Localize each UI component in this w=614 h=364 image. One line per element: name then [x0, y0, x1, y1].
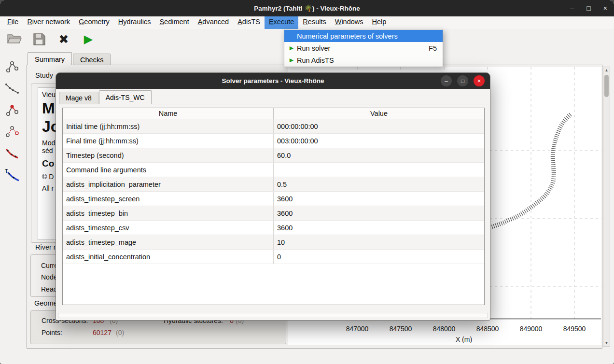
param-value[interactable]: 10 — [273, 235, 484, 249]
menu-file[interactable]: File — [3, 16, 23, 29]
x-axis-label: X (m) — [456, 336, 472, 343]
param-value[interactable]: 3600 — [273, 221, 484, 235]
window-title: Pamhyr2 (Tahiti 🌴) - Vieux-Rhône — [254, 4, 360, 12]
x-tick-847500: 847500 — [390, 325, 412, 333]
table-row[interactable]: Command line arguments — [63, 163, 484, 177]
table-row[interactable]: adists_initial_concentration 0 — [63, 250, 484, 264]
run-solver-icon: ▶ — [287, 45, 296, 51]
param-name: Command line arguments — [63, 163, 273, 177]
table-row[interactable]: Timestep (second) 60.0 — [63, 148, 484, 163]
table-header-row: Name Value — [63, 108, 484, 119]
red-profile-tool[interactable] — [3, 145, 21, 162]
open-folder-icon — [7, 33, 22, 45]
minimize-icon[interactable]: – — [571, 5, 574, 12]
tab-mage-v8[interactable]: Mage v8 — [59, 92, 98, 104]
river-network-row-reaches: Reac — [41, 285, 57, 293]
param-value[interactable]: 3600 — [273, 192, 484, 206]
study-group-label: Study — [34, 71, 55, 79]
param-name: adists_timestep_csv — [63, 221, 273, 235]
param-name: Final time (jj:hh:mm:ss) — [63, 134, 273, 148]
save-icon — [33, 33, 46, 46]
menu-geometry[interactable]: Geometry — [74, 16, 114, 29]
dialog-controls: – □ × — [441, 75, 485, 86]
table-row[interactable]: adists_timestep_screen 3600 — [63, 192, 484, 206]
menu-item-run-solver[interactable]: ▶ Run solver F5 — [284, 42, 443, 54]
maximize-icon[interactable]: □ — [586, 5, 590, 12]
study-heading-line1: M — [42, 99, 55, 117]
close-icon[interactable]: × — [603, 5, 607, 12]
dialog-close-button[interactable]: × — [474, 75, 485, 86]
network-graph-tool[interactable] — [3, 58, 21, 75]
menu-windows[interactable]: Windows — [331, 16, 368, 29]
param-value[interactable]: 3600 — [273, 206, 484, 220]
tab-checks[interactable]: Checks — [73, 54, 111, 65]
red-profile-icon — [4, 145, 20, 162]
vertical-scrollbar[interactable]: ▲ ▼ — [603, 67, 610, 347]
tab-adis-ts-wc[interactable]: Adis-TS_WC — [99, 90, 152, 104]
x-tick-848000: 848000 — [433, 325, 456, 333]
close-study-button[interactable]: ✖ — [55, 30, 72, 48]
main-toolbar: ✖ ▶ — [6, 29, 97, 49]
table-row[interactable]: adists_timestep_mage 10 — [63, 235, 484, 250]
tab-summary[interactable]: Summary — [28, 52, 72, 65]
param-value[interactable]: 60.0 — [273, 148, 484, 162]
study-copyright-line: © D — [42, 173, 54, 181]
param-name: adists_initial_concentration — [63, 250, 273, 264]
profile-tool[interactable] — [3, 80, 21, 97]
study-rights-line: All r — [42, 184, 54, 192]
shortcut-f5: F5 — [429, 44, 437, 52]
open-study-button[interactable] — [6, 30, 23, 48]
run-icon: ▶ — [84, 32, 93, 46]
param-name: Timestep (second) — [63, 148, 273, 162]
dialog-maximize-button[interactable]: □ — [457, 75, 468, 86]
param-value[interactable]: 0.5 — [273, 177, 484, 191]
river-network-row-nodes: Node — [41, 273, 57, 281]
scroll-down-icon[interactable]: ▼ — [603, 341, 610, 345]
points-value: 60127 — [93, 329, 112, 336]
blue-profile-tool[interactable]: T — [3, 167, 21, 184]
table-row[interactable]: Final time (jj:hh:mm:ss) 003:00:00:00 — [63, 134, 484, 148]
menu-adists[interactable]: AdisTS — [233, 16, 265, 29]
study-body-line1: Mod — [42, 139, 55, 147]
run-solver-toolbar-button[interactable]: ▶ — [80, 30, 97, 48]
dialog-minimize-button[interactable]: – — [441, 75, 452, 86]
x-tick-849000: 849000 — [520, 325, 543, 333]
blue-profile-icon: T — [4, 167, 20, 183]
network-node-tool[interactable] — [3, 101, 21, 119]
table-row[interactable]: Initial time (jj:hh:mm:ss) 000:00:00:00 — [63, 119, 484, 134]
menubar: File River network Geometry Hydraulics S… — [0, 16, 614, 29]
app-window: Pamhyr2 (Tahiti 🌴) - Vieux-Rhône – □ × F… — [0, 0, 614, 364]
save-study-button[interactable] — [30, 30, 48, 48]
param-name: adists_timestep_mage — [63, 235, 273, 249]
dialog-titlebar[interactable]: Solver parameters - Vieux-Rhône – □ × — [56, 73, 490, 89]
param-value[interactable]: 0 — [273, 250, 484, 264]
menu-item-run-adists[interactable]: ▶ Run AdisTS — [284, 54, 443, 66]
menu-results[interactable]: Results — [298, 16, 330, 29]
menu-execute[interactable]: Execute — [265, 16, 298, 29]
header-value[interactable]: Value — [273, 108, 484, 119]
dialog-bottom-scrollbar[interactable] — [58, 313, 488, 318]
execute-menu-dropdown: Numerical parameters of solvers ▶ Run so… — [284, 29, 443, 67]
param-name: adists_timestep_bin — [63, 206, 273, 220]
param-value[interactable]: 003:00:00:00 — [273, 134, 484, 148]
menu-item-numerical-parameters[interactable]: Numerical parameters of solvers — [284, 30, 443, 42]
param-value[interactable] — [273, 163, 484, 177]
menu-advanced[interactable]: Advanced — [194, 16, 234, 29]
table-row[interactable]: adists_timestep_bin 3600 — [63, 206, 484, 221]
main-tab-bar: Summary Checks — [28, 52, 112, 65]
menu-help[interactable]: Help — [368, 16, 391, 29]
table-row[interactable]: adists_implicitation_parameter 0.5 — [63, 177, 484, 192]
study-body-line2: séd — [42, 147, 53, 154]
scrollbar-thumb[interactable] — [604, 75, 609, 97]
network-edit-tool[interactable] — [3, 123, 21, 140]
scroll-up-icon[interactable]: ▲ — [603, 68, 610, 72]
table-row[interactable]: adists_timestep_csv 3600 — [63, 221, 484, 235]
menu-sediment[interactable]: Sediment — [155, 16, 193, 29]
menu-hydraulics[interactable]: Hydraulics — [114, 16, 155, 29]
geometry-group-label: Geome — [33, 299, 59, 307]
param-value[interactable]: 000:00:00:00 — [273, 119, 484, 133]
window-titlebar[interactable]: Pamhyr2 (Tahiti 🌴) - Vieux-Rhône – □ × — [0, 0, 614, 16]
menu-river-network[interactable]: River network — [23, 16, 74, 29]
menu-item-label: Run AdisTS — [297, 56, 334, 64]
header-name[interactable]: Name — [63, 108, 273, 119]
